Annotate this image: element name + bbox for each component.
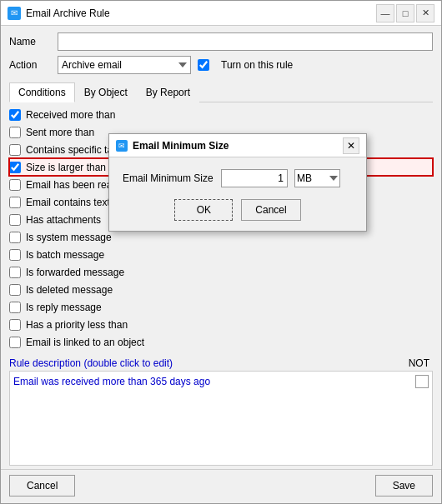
modal-title: Email Minimum Size bbox=[133, 140, 338, 152]
modal-icon: ✉ bbox=[116, 140, 128, 152]
modal-title-bar: ✉ Email Minimum Size ✕ bbox=[109, 134, 366, 157]
modal-close-button[interactable]: ✕ bbox=[343, 137, 359, 154]
modal-unit-select[interactable]: MB KB GB bbox=[294, 169, 340, 187]
modal-field-row: Email Minimum Size MB KB GB bbox=[123, 169, 353, 187]
modal-dialog: ✉ Email Minimum Size ✕ Email Minimum Siz… bbox=[108, 133, 367, 232]
modal-size-input[interactable] bbox=[221, 169, 288, 187]
modal-buttons: OK Cancel bbox=[123, 199, 353, 221]
modal-overlay: ✉ Email Minimum Size ✕ Email Minimum Siz… bbox=[0, 0, 442, 504]
modal-field-label: Email Minimum Size bbox=[123, 172, 214, 184]
modal-ok-button[interactable]: OK bbox=[174, 199, 233, 221]
modal-cancel-button[interactable]: Cancel bbox=[241, 199, 300, 221]
modal-body: Email Minimum Size MB KB GB OK Cancel bbox=[109, 157, 366, 231]
